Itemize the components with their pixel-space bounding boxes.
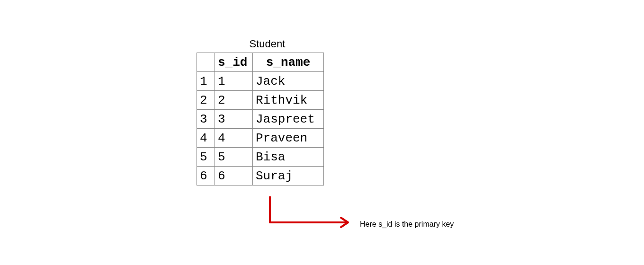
cell-sname: Bisa bbox=[253, 148, 324, 167]
cell-sname: Jaspreet bbox=[253, 110, 324, 129]
row-number: 2 bbox=[197, 91, 215, 110]
table-row: 44Praveen bbox=[197, 129, 324, 148]
table-row: 33Jaspreet bbox=[197, 110, 324, 129]
student-table: s_id s_name 11Jack22Rithvik33Jaspreet44P… bbox=[197, 53, 324, 186]
corner-header bbox=[197, 53, 215, 72]
cell-sname: Praveen bbox=[253, 129, 324, 148]
table-title: Student bbox=[211, 38, 324, 50]
table-row: 22Rithvik bbox=[197, 91, 324, 110]
table-row: 11Jack bbox=[197, 72, 324, 91]
cell-sname: Rithvik bbox=[253, 91, 324, 110]
annotation-text: Here s_id is the primary key bbox=[360, 220, 454, 229]
header-row: s_id s_name bbox=[197, 53, 324, 72]
row-number: 3 bbox=[197, 110, 215, 129]
row-number: 5 bbox=[197, 148, 215, 167]
cell-sid: 3 bbox=[215, 110, 253, 129]
table-row: 55Bisa bbox=[197, 148, 324, 167]
column-header-sname: s_name bbox=[253, 53, 324, 72]
row-number: 6 bbox=[197, 167, 215, 186]
row-number: 4 bbox=[197, 129, 215, 148]
cell-sname: Suraj bbox=[253, 167, 324, 186]
arrow-annotation-icon bbox=[256, 196, 374, 244]
cell-sname: Jack bbox=[253, 72, 324, 91]
row-number: 1 bbox=[197, 72, 215, 91]
cell-sid: 6 bbox=[215, 167, 253, 186]
column-header-sid: s_id bbox=[215, 53, 253, 72]
cell-sid: 1 bbox=[215, 72, 253, 91]
cell-sid: 4 bbox=[215, 129, 253, 148]
table-row: 66Suraj bbox=[197, 167, 324, 186]
table-container: Student s_id s_name 11Jack22Rithvik33Jas… bbox=[197, 38, 324, 186]
cell-sid: 2 bbox=[215, 91, 253, 110]
cell-sid: 5 bbox=[215, 148, 253, 167]
